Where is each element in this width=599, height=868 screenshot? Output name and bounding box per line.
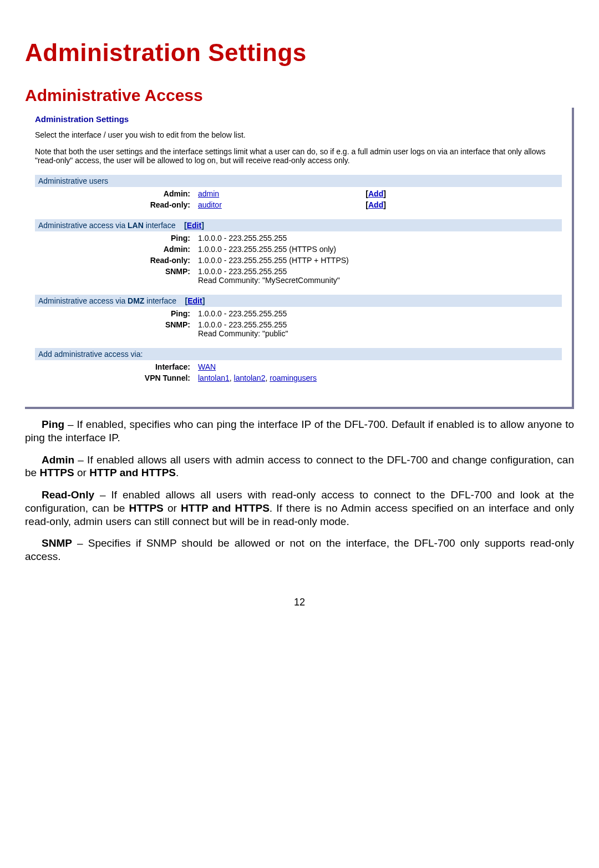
- label-dmz-ping: Ping:: [35, 308, 196, 319]
- value-dmz-ping: 1.0.0.0 - 223.255.255.255: [196, 308, 562, 319]
- link-vpn-lantolan2[interactable]: lantolan2: [234, 374, 266, 382]
- section-add-header: Add administrative access via:: [35, 348, 562, 360]
- section-lan-header: Administrative access via LAN interface …: [35, 219, 562, 231]
- link-add-admin[interactable]: Add: [368, 189, 383, 198]
- link-add-readonly[interactable]: Add: [368, 200, 383, 209]
- value-dmz-snmp: 1.0.0.0 - 223.255.255.255 Read Community…: [196, 319, 562, 339]
- value-lan-readonly: 1.0.0.0 - 223.255.255.255 (HTTP + HTTPS): [196, 255, 562, 266]
- page-title: Administration Settings: [25, 39, 574, 67]
- link-vpn-lantolan1[interactable]: lantolan1: [198, 374, 230, 382]
- para-admin: Admin – If enabled allows all users with…: [25, 453, 574, 480]
- label-lan-admin: Admin:: [35, 244, 196, 255]
- label-lan-readonly: Read-only:: [35, 255, 196, 266]
- value-lan-admin: 1.0.0.0 - 223.255.255.255 (HTTPS only): [196, 244, 562, 255]
- section-title: Administrative Access: [25, 86, 574, 105]
- panel-heading: Administration Settings: [35, 114, 562, 124]
- lan-header-pre: Administrative access via: [38, 221, 128, 230]
- link-edit-lan[interactable]: Edit: [187, 221, 201, 230]
- link-edit-dmz[interactable]: Edit: [187, 296, 202, 305]
- lan-header-bold: LAN: [128, 221, 144, 230]
- section-users-header: Administrative users: [35, 175, 562, 187]
- label-add-vpn: VPN Tunnel:: [35, 372, 196, 383]
- page-number: 12: [25, 597, 574, 608]
- label-lan-ping: Ping:: [35, 233, 196, 244]
- panel-instruction: Select the interface / user you wish to …: [35, 130, 562, 139]
- para-readonly: Read-Only – If enabled allows all users …: [25, 488, 574, 528]
- link-auditor-user[interactable]: auditor: [198, 200, 222, 209]
- label-lan-snmp: SNMP:: [35, 266, 196, 286]
- para-snmp: SNMP – Specifies if SNMP should be allow…: [25, 537, 574, 563]
- lan-header-post: interface: [144, 221, 176, 230]
- dmz-header-pre: Administrative access via: [38, 296, 128, 305]
- panel-note: Note that both the user settings and the…: [35, 147, 562, 165]
- section-dmz-header: Administrative access via DMZ interface …: [35, 295, 562, 307]
- label-dmz-snmp: SNMP:: [35, 319, 196, 339]
- dmz-header-bold: DMZ: [128, 296, 144, 305]
- dmz-header-post: interface: [144, 296, 176, 305]
- label-admin: Admin:: [35, 188, 196, 199]
- settings-panel: Administration Settings Select the inter…: [25, 108, 574, 409]
- link-add-wan[interactable]: WAN: [198, 362, 216, 371]
- label-add-interface: Interface:: [35, 361, 196, 372]
- link-admin-user[interactable]: admin: [198, 189, 219, 198]
- value-lan-snmp: 1.0.0.0 - 223.255.255.255 Read Community…: [196, 266, 562, 286]
- link-vpn-roamingusers[interactable]: roamingusers: [270, 374, 317, 382]
- label-readonly: Read-only:: [35, 199, 196, 210]
- para-ping: Ping – If enabled, specifies who can pin…: [25, 418, 574, 445]
- value-add-vpn: lantolan1, lantolan2, roamingusers: [196, 372, 562, 383]
- value-lan-ping: 1.0.0.0 - 223.255.255.255: [196, 233, 562, 244]
